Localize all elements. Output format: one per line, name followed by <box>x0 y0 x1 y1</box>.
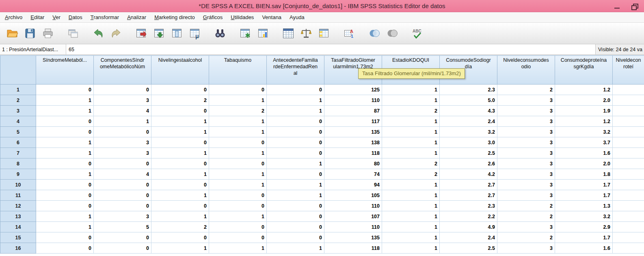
data-cell[interactable]: 1 <box>209 116 267 127</box>
minimize-button[interactable] <box>610 1 624 11</box>
data-cell[interactable]: 3.2 <box>555 127 613 137</box>
menu-ver[interactable]: Ver <box>48 13 65 22</box>
data-cell[interactable]: 1.6 <box>555 243 613 254</box>
data-cell[interactable]: 0 <box>209 201 267 211</box>
data-cell[interactable]: 1 <box>382 137 440 148</box>
data-cell[interactable]: 3.2 <box>440 127 497 137</box>
data-cell[interactable]: 3 <box>497 95 555 106</box>
column-header-niveldeconsumodeproteinas[interactable]: Niveldeconroteí <box>613 56 644 85</box>
data-cell[interactable]: 0 <box>267 169 324 180</box>
use-variable-sets-icon[interactable]: A1 <box>340 24 358 42</box>
data-cell[interactable]: 1.9 <box>555 106 613 116</box>
goto-variable-icon[interactable] <box>150 24 168 42</box>
data-cell[interactable]: 1 <box>151 116 209 127</box>
data-cell[interactable]: 87 <box>324 106 382 116</box>
open-data-icon[interactable] <box>3 24 21 42</box>
data-cell[interactable]: 3.7 <box>555 137 613 148</box>
data-cell[interactable]: 0 <box>36 201 94 211</box>
menu-marketing-directo[interactable]: Marketing directo <box>150 13 199 22</box>
data-cell[interactable]: 2 <box>209 106 267 116</box>
data-cell[interactable]: 117 <box>324 116 382 127</box>
insert-variable-icon[interactable] <box>254 24 272 42</box>
column-header-componentessindromemetaboliconum[interactable]: ComponentesSíndromeMetabólicoNúm <box>94 56 151 85</box>
print-icon[interactable] <box>39 24 57 42</box>
row-number[interactable]: 8 <box>0 158 36 169</box>
data-cell[interactable]: 3 <box>497 106 555 116</box>
data-cell[interactable]: 2 <box>382 158 440 169</box>
data-cell[interactable] <box>613 148 644 158</box>
column-header-antecedentefamiliardeenfermedadrenal[interactable]: AntecedenteFamiliardeEnfermedadRenal <box>267 56 324 85</box>
data-cell[interactable]: 3 <box>497 137 555 148</box>
data-cell[interactable]: 3 <box>94 95 151 106</box>
data-cell[interactable]: 5 <box>94 222 151 232</box>
menu-utilidades[interactable]: Utilidades <box>227 13 258 22</box>
data-cell[interactable]: 2 <box>151 222 209 232</box>
data-cell[interactable]: 2.3 <box>440 85 497 95</box>
data-cell[interactable]: 2 <box>497 85 555 95</box>
data-cell[interactable]: 0 <box>94 180 151 190</box>
data-cell[interactable]: 1 <box>36 211 94 222</box>
data-cell[interactable]: 0 <box>209 222 267 232</box>
data-cell[interactable]: 2.5 <box>440 243 497 254</box>
data-cell[interactable]: 0 <box>36 85 94 95</box>
data-cell[interactable]: 135 <box>324 127 382 137</box>
data-cell[interactable]: 2.9 <box>555 222 613 232</box>
data-cell[interactable]: 1 <box>209 169 267 180</box>
data-cell[interactable]: 138 <box>324 137 382 148</box>
data-cell[interactable]: 5.0 <box>440 95 497 106</box>
data-cell[interactable]: 0 <box>151 180 209 190</box>
data-cell[interactable]: 2 <box>382 106 440 116</box>
data-cell[interactable]: 2.3 <box>440 201 497 211</box>
data-cell[interactable] <box>613 158 644 169</box>
data-cell[interactable]: 0 <box>209 85 267 95</box>
row-number[interactable]: 13 <box>0 211 36 222</box>
data-cell[interactable]: 0 <box>94 201 151 211</box>
row-number[interactable]: 3 <box>0 106 36 116</box>
data-cell[interactable]: 1 <box>382 95 440 106</box>
data-cell[interactable]: 3 <box>497 116 555 127</box>
insert-cases-icon[interactable] <box>236 24 254 42</box>
row-number[interactable]: 7 <box>0 148 36 158</box>
data-cell[interactable]: 0 <box>36 158 94 169</box>
data-cell[interactable]: 1.7 <box>555 190 613 201</box>
descriptives-icon[interactable]: μ <box>186 24 204 42</box>
data-cell[interactable]: 0 <box>151 201 209 211</box>
data-cell[interactable]: 2.7 <box>440 190 497 201</box>
data-cell[interactable]: 135 <box>324 232 382 243</box>
data-cell[interactable]: 94 <box>324 180 382 190</box>
data-cell[interactable]: 0 <box>94 85 151 95</box>
data-cell[interactable]: 1 <box>267 190 324 201</box>
data-cell[interactable]: 2.5 <box>440 148 497 158</box>
data-cell[interactable]: 1.2 <box>555 85 613 95</box>
column-header-sindromemetabolico[interactable]: SíndromeMetaból... <box>36 56 94 85</box>
data-cell[interactable]: 3 <box>497 190 555 201</box>
data-cell[interactable]: 1 <box>267 180 324 190</box>
data-cell[interactable]: 1 <box>36 137 94 148</box>
row-number[interactable]: 15 <box>0 232 36 243</box>
data-cell[interactable]: 0 <box>94 158 151 169</box>
data-cell[interactable]: 2 <box>497 232 555 243</box>
data-cell[interactable] <box>613 106 644 116</box>
data-cell[interactable]: 118 <box>324 148 382 158</box>
restore-button[interactable] <box>627 1 641 11</box>
undo-icon[interactable] <box>89 24 107 42</box>
data-cell[interactable]: 3.0 <box>440 137 497 148</box>
data-cell[interactable]: 3 <box>497 180 555 190</box>
data-cell[interactable] <box>613 95 644 106</box>
data-cell[interactable]: 1.7 <box>555 232 613 243</box>
data-cell[interactable]: 1.8 <box>555 169 613 180</box>
data-cell[interactable]: 2.7 <box>440 180 497 190</box>
data-cell[interactable]: 4 <box>94 106 151 116</box>
data-cell[interactable]: 1 <box>94 116 151 127</box>
data-cell[interactable]: 1 <box>382 201 440 211</box>
data-cell[interactable]: 0 <box>267 211 324 222</box>
menu-ayuda[interactable]: Ayuda <box>285 13 309 22</box>
menu-archivo[interactable]: Archivo <box>1 13 26 22</box>
row-number[interactable]: 10 <box>0 180 36 190</box>
data-cell[interactable]: 0 <box>267 201 324 211</box>
data-cell[interactable]: 3 <box>94 137 151 148</box>
data-cell[interactable]: 1 <box>36 148 94 158</box>
weight-cases-icon[interactable] <box>297 24 315 42</box>
data-cell[interactable]: 1 <box>382 127 440 137</box>
data-cell[interactable]: 0 <box>94 243 151 254</box>
